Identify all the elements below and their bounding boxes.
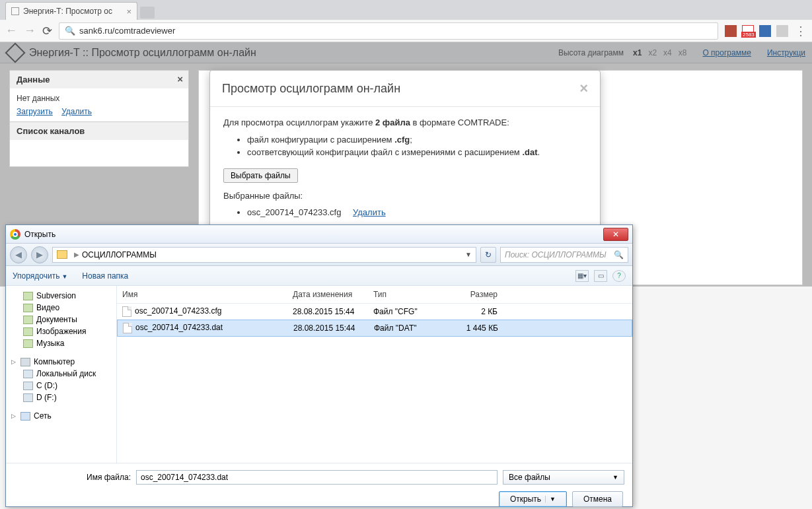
data-panel: Данные × Нет данных Загрузить Удалить Сп… <box>9 70 189 167</box>
extension-icon[interactable] <box>759 25 771 37</box>
tab-close-icon[interactable]: × <box>126 7 131 17</box>
selected-files-label: Выбранные файлы: <box>223 189 587 203</box>
col-date[interactable]: Дата изменения <box>287 288 368 300</box>
reload-button[interactable]: ⟳ <box>42 24 52 38</box>
file-list: Имя Дата изменения Тип Размер osc_200714… <box>117 286 632 463</box>
delete-file-link[interactable]: Удалить <box>353 207 386 217</box>
file-row-selected[interactable]: osc_200714_074233.dat 28.08.2015 15:44 Ф… <box>117 320 632 337</box>
data-panel-title: Данные <box>17 75 50 85</box>
modal-li-dat: соответсвующий конфиграции файл с измере… <box>247 146 587 159</box>
dialog-footer: Имя файла: Все файлы▼ Открыть▼ Отмена <box>6 463 632 509</box>
dialog-close-button[interactable]: ✕ <box>603 228 628 241</box>
channels-panel-body <box>10 140 188 166</box>
col-name[interactable]: Имя <box>117 288 287 300</box>
modal-li-cfg: файл конфигурации с расширением .cfg; <box>247 133 587 147</box>
page-favicon <box>11 7 19 15</box>
dialog-title: Открыть <box>24 230 603 239</box>
file-icon <box>123 323 132 333</box>
extension-icon[interactable] <box>776 25 788 37</box>
select-files-button[interactable]: Выбрать файлы <box>223 168 298 183</box>
data-panel-head: Данные × <box>10 71 188 88</box>
search-icon: 🔍 <box>65 26 75 36</box>
upload-modal: Просмотр осцилограмм он-лайн × Для просм… <box>209 70 601 248</box>
chevron-right-icon: ▶ <box>74 251 79 258</box>
tree-item-music[interactable]: Музыка <box>36 339 64 348</box>
panel-close-icon[interactable]: × <box>177 73 183 85</box>
tab-title: Энергия-Т: Просмотр ос <box>23 7 112 16</box>
dialog-body: Subversion Видео Документы Изображения М… <box>6 286 632 463</box>
col-type[interactable]: Тип <box>368 288 446 300</box>
url-text: sank6.ru/comtradeviewer <box>79 26 175 36</box>
extension-icon[interactable] <box>725 25 737 37</box>
breadcrumb-folder: ОСЦИЛЛОГРАММЫ <box>82 250 157 259</box>
load-link[interactable]: Загрузить <box>17 107 53 116</box>
tree-item-computer[interactable]: Компьютер <box>34 357 75 366</box>
file-row[interactable]: osc_200714_074233.cfg 28.08.2015 15:44 Ф… <box>117 304 632 320</box>
tree-item-drive-d[interactable]: D (F:) <box>36 393 57 402</box>
tree-item-network[interactable]: Сеть <box>34 411 52 421</box>
expand-icon[interactable]: ▷ <box>11 413 17 419</box>
organize-menu[interactable]: Упорядочить▼ <box>13 271 67 281</box>
channels-panel-title: Список каналов <box>10 121 188 140</box>
folder-icon <box>23 316 33 324</box>
list-header: Имя Дата изменения Тип Размер <box>117 286 632 304</box>
breadcrumb[interactable]: ▶ ОСЦИЛЛОГРАММЫ ▼ <box>52 247 476 263</box>
dialog-toolbar: Упорядочить▼ Новая папка ▦▾ ▭ ? <box>6 266 632 286</box>
chrome-toolbar: ← → ⟳ 🔍 sank6.ru/comtradeviewer 2583 ⋮ <box>0 20 812 42</box>
drive-icon <box>23 382 33 390</box>
folder-tree[interactable]: Subversion Видео Документы Изображения М… <box>6 286 117 463</box>
folder-icon <box>23 339 33 348</box>
search-placeholder: Поиск: ОСЦИЛЛОГРАММЫ <box>505 250 607 259</box>
chrome-menu-icon[interactable]: ⋮ <box>795 24 807 38</box>
dialog-titlebar: Открыть ✕ <box>6 225 632 244</box>
tree-item-subversion[interactable]: Subversion <box>36 291 76 300</box>
tree-item-video[interactable]: Видео <box>36 303 59 312</box>
nav-forward-button[interactable]: ▶ <box>31 246 48 263</box>
expand-icon[interactable]: ▷ <box>11 358 17 365</box>
remove-link[interactable]: Удалить <box>61 107 92 116</box>
open-button[interactable]: Открыть▼ <box>499 491 567 507</box>
breadcrumb-dropdown-icon[interactable]: ▼ <box>465 251 472 258</box>
search-input[interactable]: Поиск: ОСЦИЛЛОГРАММЫ 🔍 <box>500 247 628 263</box>
chrome-app-icon <box>10 229 20 240</box>
no-data-text: Нет данных <box>17 94 182 103</box>
tree-item-local-disk[interactable]: Локальный диск <box>36 369 96 378</box>
filename-input[interactable] <box>136 470 498 485</box>
new-tab-button[interactable] <box>140 7 155 18</box>
tree-item-images[interactable]: Изображения <box>36 327 86 336</box>
folder-icon <box>23 304 33 312</box>
data-panel-body: Нет данных Загрузить Удалить <box>10 88 188 121</box>
new-folder-button[interactable]: Новая папка <box>82 271 128 281</box>
refresh-button[interactable]: ↻ <box>480 247 496 263</box>
drive-icon <box>23 370 33 378</box>
chrome-tab-strip: Энергия-Т: Просмотр ос × <box>0 0 812 20</box>
help-button[interactable]: ? <box>612 270 626 282</box>
extension-icons: 2583 <box>725 25 788 37</box>
file-open-dialog: Открыть ✕ ◀ ▶ ▶ ОСЦИЛЛОГРАММЫ ▼ ↻ Поиск:… <box>5 224 633 507</box>
forward-button[interactable]: → <box>24 24 36 38</box>
col-size[interactable]: Размер <box>446 288 503 300</box>
tree-item-documents[interactable]: Документы <box>36 315 77 324</box>
file-type-filter[interactable]: Все файлы▼ <box>503 470 624 485</box>
preview-pane-button[interactable]: ▭ <box>594 270 607 282</box>
modal-header: Просмотр осцилограмм он-лайн × <box>210 71 600 107</box>
tree-item-drive-c[interactable]: C (D:) <box>36 381 57 390</box>
selected-file-item: osc_200714_074233.cfg Удалить <box>247 206 587 219</box>
back-button[interactable]: ← <box>5 24 17 38</box>
nav-back-button[interactable]: ◀ <box>10 246 27 263</box>
search-icon: 🔍 <box>614 250 624 259</box>
cancel-button[interactable]: Отмена <box>572 491 623 507</box>
modal-close-icon[interactable]: × <box>579 80 588 97</box>
sidebar: Данные × Нет данных Загрузить Удалить Сп… <box>9 70 189 167</box>
folder-icon <box>57 250 67 259</box>
network-icon <box>20 412 30 421</box>
browser-tab[interactable]: Энергия-Т: Просмотр ос × <box>5 2 137 20</box>
gmail-extension-icon[interactable]: 2583 <box>742 25 754 37</box>
view-options-button[interactable]: ▦▾ <box>575 270 589 282</box>
address-bar[interactable]: 🔍 sank6.ru/comtradeviewer <box>59 22 718 40</box>
computer-icon <box>20 358 30 366</box>
selected-file-name: osc_200714_074233.cfg <box>247 207 341 217</box>
dialog-nav-bar: ◀ ▶ ▶ ОСЦИЛЛОГРАММЫ ▼ ↻ Поиск: ОСЦИЛЛОГР… <box>6 244 632 266</box>
modal-intro: Для просмотра осциллограм укажите 2 файл… <box>223 116 587 129</box>
drive-icon <box>23 393 33 402</box>
